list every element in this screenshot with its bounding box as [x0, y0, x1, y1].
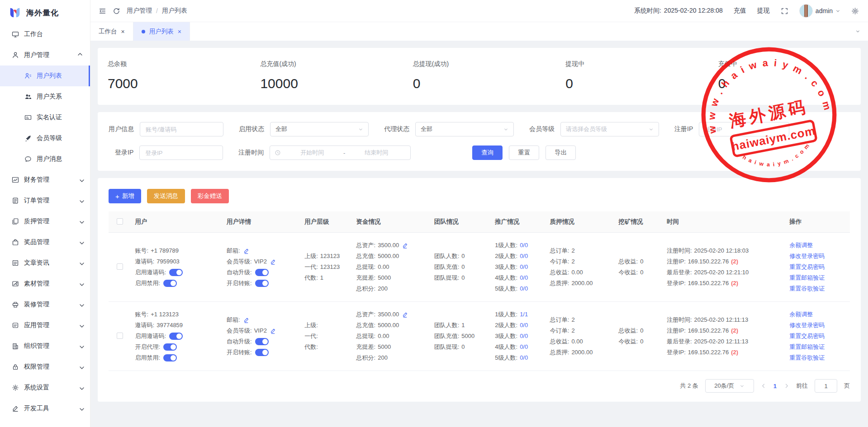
sidebar-item[interactable]: 开发工具	[0, 398, 90, 419]
date-end[interactable]: 结束时间	[347, 149, 406, 157]
sidebar-item[interactable]: 权限管理	[0, 357, 90, 377]
sidebar-item[interactable]: 系统设置	[0, 377, 90, 398]
withdraw-button[interactable]: 提现	[757, 7, 770, 15]
promo-count-link[interactable]: 0/0	[520, 342, 528, 352]
toggle-switch[interactable]	[255, 349, 269, 356]
row-action-link[interactable]: 修改登录密码	[789, 320, 846, 331]
edit-icon[interactable]	[243, 248, 249, 254]
avatar[interactable]	[799, 4, 813, 18]
tab-active[interactable]: 用户列表×	[133, 22, 190, 41]
sidebar-subitem[interactable]: 用户关系	[0, 86, 90, 107]
export-button[interactable]: 导出	[545, 145, 576, 160]
row-action-link[interactable]: 修改登录密码	[789, 251, 846, 262]
sidebar-subitem[interactable]: 实名认证	[0, 107, 90, 128]
column-header: 团队情况	[431, 211, 492, 233]
member-level-select[interactable]: 请选择会员等级	[560, 122, 659, 136]
promo-count-link[interactable]: 0/0	[520, 283, 528, 294]
bonus-gift-button[interactable]: 彩金赠送	[191, 189, 229, 203]
settings-gear-icon[interactable]	[851, 7, 859, 15]
register-ip-input[interactable]	[699, 122, 789, 136]
toggle-switch[interactable]	[163, 280, 177, 287]
cell-line: 3级人数:0/0	[495, 331, 542, 342]
promo-count-link[interactable]: 0/0	[520, 262, 528, 272]
sidebar-item[interactable]: 应用管理	[0, 315, 90, 336]
cell-line: 团队充值:0	[434, 262, 488, 272]
refresh-icon[interactable]	[113, 7, 120, 15]
row-checkbox[interactable]	[117, 333, 123, 339]
recharge-button[interactable]: 充值	[734, 7, 746, 15]
tab-close-icon[interactable]: ×	[121, 28, 125, 35]
toggle-switch[interactable]	[169, 333, 183, 340]
enable-status-select[interactable]: 全部	[270, 122, 369, 136]
reset-button[interactable]: 重置	[509, 145, 539, 160]
edit-icon[interactable]	[402, 312, 408, 318]
sidebar-item[interactable]: 财务管理	[0, 169, 90, 190]
toggle-switch[interactable]	[163, 354, 177, 361]
edit-icon[interactable]	[270, 328, 276, 334]
edit-icon[interactable]	[402, 243, 408, 249]
goto-page-input[interactable]: 1	[815, 379, 837, 393]
breadcrumb-parent[interactable]: 用户管理	[127, 7, 152, 15]
promo-count-link[interactable]: 0/0	[520, 352, 528, 363]
promo-count-link[interactable]: 0/0	[520, 272, 528, 283]
sidebar-item[interactable]: 文章资讯	[0, 253, 90, 273]
toggle-switch[interactable]	[169, 269, 183, 276]
toggle-switch[interactable]	[163, 343, 177, 351]
filter-user-info: 用户信息	[109, 122, 223, 136]
fullscreen-icon[interactable]	[781, 7, 788, 15]
search-button[interactable]: 查询	[472, 145, 503, 160]
promo-count-link[interactable]: 0/0	[520, 240, 528, 251]
user-menu[interactable]: admin	[799, 4, 840, 18]
edit-icon[interactable]	[243, 317, 249, 323]
user-info-input[interactable]	[140, 122, 223, 136]
toggle-switch[interactable]	[255, 280, 269, 287]
column-header: 挖矿情况	[615, 211, 663, 233]
promo-count-link[interactable]: 1/1	[520, 309, 528, 320]
sidebar-item[interactable]: 组织管理	[0, 336, 90, 357]
row-action-link[interactable]: 重置交易密码	[789, 262, 846, 272]
send-message-button[interactable]: 发送消息	[147, 189, 185, 203]
sidebar-subitem[interactable]: 用户消息	[0, 149, 90, 169]
row-action-link[interactable]: 余额调整	[789, 309, 846, 320]
sidebar-item[interactable]: 用户管理	[0, 45, 90, 66]
promo-count-link[interactable]: 0/0	[520, 320, 528, 331]
login-ip-input[interactable]	[139, 145, 223, 160]
collapse-menu-icon[interactable]	[99, 7, 106, 15]
toggle-switch[interactable]	[255, 269, 269, 276]
cell-value: 200	[378, 283, 388, 294]
next-page-icon[interactable]	[784, 383, 789, 389]
add-user-button[interactable]: +新增	[109, 189, 141, 203]
prev-page-icon[interactable]	[761, 383, 766, 389]
current-page[interactable]: 1	[773, 383, 777, 389]
sidebar-item[interactable]: 订单管理	[0, 190, 90, 211]
tab-item[interactable]: 工作台×	[90, 22, 133, 41]
cell-line: 最后登录:2025-02-20 12:11:13	[667, 336, 782, 347]
sidebar-item[interactable]: 装修管理	[0, 294, 90, 315]
agent-status-select[interactable]: 全部	[415, 122, 514, 136]
row-action-link[interactable]: 重置交易密码	[789, 331, 846, 342]
date-range-picker[interactable]: 开始时间 - 结束时间	[270, 145, 411, 160]
tab-close-icon[interactable]: ×	[178, 28, 181, 35]
toggle-switch[interactable]	[255, 338, 269, 345]
row-action-link[interactable]: 重置邮箱验证	[789, 342, 846, 352]
row-action-link[interactable]: 重置邮箱验证	[789, 272, 846, 283]
page-size-select[interactable]: 20条/页	[705, 379, 754, 393]
row-action-link[interactable]: 余额调整	[789, 240, 846, 251]
date-start[interactable]: 开始时间	[283, 149, 342, 157]
sidebar-item[interactable]: 奖品管理	[0, 232, 90, 253]
promo-count-link[interactable]: 0/0	[520, 331, 528, 342]
sidebar-item[interactable]: 质押管理	[0, 211, 90, 232]
edit-icon[interactable]	[270, 259, 276, 265]
select-all-checkbox[interactable]	[117, 218, 123, 225]
sidebar-subitem[interactable]: 会员等级	[0, 128, 90, 149]
row-action-link[interactable]: 重置谷歌验证	[789, 352, 846, 363]
sidebar-item[interactable]: 工作台	[0, 24, 90, 45]
tabs-dropdown[interactable]	[847, 22, 868, 41]
promo-count-link[interactable]: 0/0	[520, 251, 528, 262]
row-action-link[interactable]: 重置谷歌验证	[789, 283, 846, 294]
row-checkbox[interactable]	[117, 263, 123, 270]
cell-value: 7959903	[157, 256, 180, 267]
sidebar-item[interactable]: 素材管理	[0, 273, 90, 294]
sidebar-subitem[interactable]: 用户列表	[0, 66, 90, 86]
content-area: 总余额7000总充值(成功)10000总提现(成功)0提现中0充值中0 用户信息…	[90, 41, 868, 427]
